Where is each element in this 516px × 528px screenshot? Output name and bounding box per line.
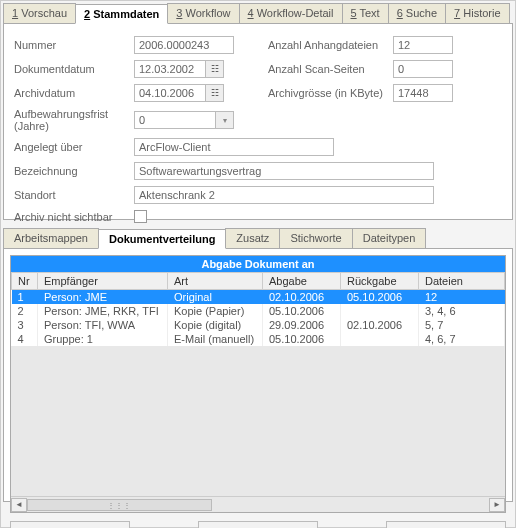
- cell-empf: Person: TFI, WWA: [38, 318, 168, 332]
- tab-text[interactable]: 5 Text: [342, 3, 389, 23]
- cell-abgabe: 02.10.2006: [263, 290, 341, 305]
- subtab-arbeitsmappen[interactable]: Arbeitsmappen: [3, 228, 99, 248]
- aufbewahrungsfrist-dropdown-icon[interactable]: ▾: [216, 111, 234, 129]
- cell-art: Kopie (digital): [168, 318, 263, 332]
- stammdaten-panel: Nummer Dokumentdatum ☷ Archivdatum ☷: [3, 24, 513, 220]
- archivdatum-field[interactable]: [134, 84, 206, 102]
- tab-historie[interactable]: 7 Historie: [445, 3, 509, 23]
- table-row[interactable]: 4Gruppe: 1E-Mail (manuell)05.10.20064, 6…: [12, 332, 505, 346]
- anz-anhang-field[interactable]: [393, 36, 453, 54]
- cell-dateien: 4, 6, 7: [419, 332, 505, 346]
- cell-abgabe: 29.09.2006: [263, 318, 341, 332]
- cell-art: E-Mail (manuell): [168, 332, 263, 346]
- table-empty-area[interactable]: [11, 346, 505, 496]
- scroll-left-icon[interactable]: ◄: [11, 498, 27, 512]
- tab-workflow-detail[interactable]: 4 Workflow-Detail: [239, 3, 343, 23]
- cell-rueck: [341, 332, 419, 346]
- cell-nr: 2: [12, 304, 38, 318]
- col-rueckgabe[interactable]: Rückgabe: [341, 273, 419, 290]
- archivgroesse-field[interactable]: [393, 84, 453, 102]
- cell-empf: Gruppe: 1: [38, 332, 168, 346]
- main-tabbar: 1 Vorschau 2 Stammdaten 3 Workflow 4 Wor…: [3, 3, 513, 24]
- col-art[interactable]: Art: [168, 273, 263, 290]
- scroll-track[interactable]: ⋮⋮⋮: [27, 498, 489, 512]
- cell-abgabe: 05.10.2006: [263, 332, 341, 346]
- cell-dateien: 5, 7: [419, 318, 505, 332]
- cell-art: Original: [168, 290, 263, 305]
- aufbewahrungsfrist-label: Aufbewahrungsfrist (Jahre): [14, 108, 134, 132]
- table-row[interactable]: 2Person: JME, RKR, TFIKopie (Papier)05.1…: [12, 304, 505, 318]
- archivgroesse-label: Archivgrösse (in KByte): [268, 87, 393, 99]
- cell-rueck: 02.10.2006: [341, 318, 419, 332]
- scroll-right-icon[interactable]: ►: [489, 498, 505, 512]
- cell-empf: Person: JME, RKR, TFI: [38, 304, 168, 318]
- cell-empf: Person: JME: [38, 290, 168, 305]
- anz-scan-label: Anzahl Scan-Seiten: [268, 63, 393, 75]
- nummer-field[interactable]: [134, 36, 234, 54]
- dokumentdatum-field[interactable]: [134, 60, 206, 78]
- table-title: Abgabe Dokument an: [11, 256, 505, 272]
- subtab-zusatz[interactable]: Zusatz: [225, 228, 280, 248]
- archivdatum-calendar-icon[interactable]: ☷: [206, 84, 224, 102]
- angelegt-label: Angelegt über: [14, 141, 134, 153]
- archiv-nicht-sichtbar-checkbox[interactable]: [134, 210, 147, 223]
- bezeichnung-label: Bezeichnung: [14, 165, 134, 177]
- bezeichnung-field[interactable]: [134, 162, 434, 180]
- subtab-dokumentverteilung[interactable]: Dokumentverteilung: [98, 229, 226, 249]
- scroll-thumb[interactable]: ⋮⋮⋮: [27, 499, 212, 511]
- cell-art: Kopie (Papier): [168, 304, 263, 318]
- tab-vorschau[interactable]: 1 Vorschau: [3, 3, 76, 23]
- remove-button[interactable]: entfernen: [386, 521, 506, 528]
- sub-tabbar: Arbeitsmappen Dokumentverteilung Zusatz …: [3, 228, 513, 249]
- cell-nr: 4: [12, 332, 38, 346]
- add-button[interactable]: hinzufügen: [10, 521, 130, 528]
- anz-scan-field[interactable]: [393, 60, 453, 78]
- col-empfaenger[interactable]: Empfänger: [38, 273, 168, 290]
- scroll-grip-icon: ⋮⋮⋮: [107, 500, 131, 509]
- col-abgabe[interactable]: Abgabe: [263, 273, 341, 290]
- dokumentdatum-calendar-icon[interactable]: ☷: [206, 60, 224, 78]
- angelegt-field[interactable]: [134, 138, 334, 156]
- horizontal-scrollbar[interactable]: ◄ ⋮⋮⋮ ►: [11, 496, 505, 512]
- verteilung-table: Abgabe Dokument an Nr Empfänger Art Abga…: [10, 255, 506, 513]
- table-body: 1Person: JMEOriginal02.10.200605.10.2006…: [12, 290, 505, 347]
- cell-abgabe: 05.10.2006: [263, 304, 341, 318]
- nummer-label: Nummer: [14, 39, 134, 51]
- table-row[interactable]: 1Person: JMEOriginal02.10.200605.10.2006…: [12, 290, 505, 305]
- archiv-nicht-sichtbar-label: Archiv nicht sichtbar: [14, 211, 134, 223]
- dokumentdatum-label: Dokumentdatum: [14, 63, 134, 75]
- cell-rueck: [341, 304, 419, 318]
- tab-stammdaten[interactable]: 2 Stammdaten: [75, 4, 168, 24]
- tab-workflow[interactable]: 3 Workflow: [167, 3, 239, 23]
- table-header-row: Nr Empfänger Art Abgabe Rückgabe Dateien: [12, 273, 505, 290]
- subtab-dateitypen[interactable]: Dateitypen: [352, 228, 427, 248]
- cell-nr: 3: [12, 318, 38, 332]
- table-row[interactable]: 3Person: TFI, WWAKopie (digital)29.09.20…: [12, 318, 505, 332]
- cell-dateien: 12: [419, 290, 505, 305]
- standort-field[interactable]: [134, 186, 434, 204]
- standort-label: Standort: [14, 189, 134, 201]
- subtab-stichworte[interactable]: Stichworte: [279, 228, 352, 248]
- cell-rueck: 05.10.2006: [341, 290, 419, 305]
- dokumentverteilung-panel: Abgabe Dokument an Nr Empfänger Art Abga…: [3, 249, 513, 502]
- edit-button[interactable]: ändern: [198, 521, 318, 528]
- col-nr[interactable]: Nr: [12, 273, 38, 290]
- col-dateien[interactable]: Dateien: [419, 273, 505, 290]
- cell-dateien: 3, 4, 6: [419, 304, 505, 318]
- aufbewahrungsfrist-field[interactable]: [134, 111, 216, 129]
- archivdatum-label: Archivdatum: [14, 87, 134, 99]
- cell-nr: 1: [12, 290, 38, 305]
- tab-suche[interactable]: 6 Suche: [388, 3, 446, 23]
- anz-anhang-label: Anzahl Anhangdateien: [268, 39, 393, 51]
